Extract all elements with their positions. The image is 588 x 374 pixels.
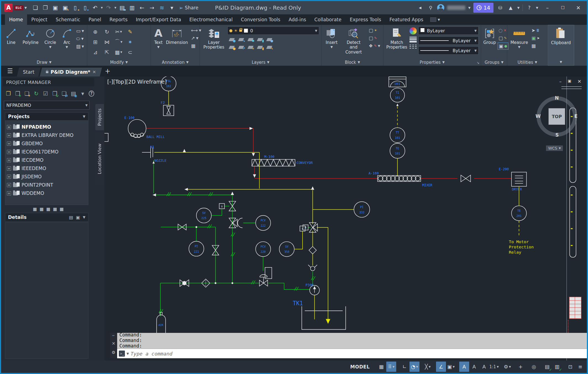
clipboard-paste-button[interactable]: Clipboard <box>550 27 572 46</box>
stretch-button[interactable]: ⊿ <box>90 47 101 57</box>
panel-label-utilities[interactable]: Utilities▼ <box>507 59 547 66</box>
drawing-recovery-button[interactable]: ≋ <box>158 4 166 12</box>
active-project-combo[interactable]: NFPADEMO ▼ <box>4 101 90 110</box>
polyline-button[interactable]: Polyline <box>21 26 41 46</box>
dimension-button[interactable]: Dimension <box>165 26 188 46</box>
pid-drawing[interactable]: ss4FSL102TI101TT101TE101SV225PCV222PI221… <box>104 76 587 360</box>
details-section-header[interactable]: Details ▤ ▣ ▼ <box>5 213 88 222</box>
move-button[interactable]: ⊕ <box>90 26 101 37</box>
ellipse-dropdown[interactable]: ⬭ ▼ <box>75 35 85 42</box>
project-tree-item-wddemo[interactable]: +WDDEMO <box>7 189 88 197</box>
user-avatar[interactable] <box>437 4 444 11</box>
collapse-search-icon[interactable]: ◀ <box>416 6 424 10</box>
layer-isolate-button[interactable]: ↘ <box>237 36 245 43</box>
scale-button[interactable]: ⇱ <box>101 47 113 57</box>
explode-button[interactable]: ✶ <box>124 37 136 47</box>
toolbar-more-button[interactable]: ▾ <box>79 90 86 97</box>
viewcube-west[interactable]: W <box>536 113 541 119</box>
ribbon-display-toggle[interactable]: ▼ <box>430 14 440 25</box>
graphics-performance-toggle[interactable]: ▥✓ <box>552 362 562 372</box>
maximize-button[interactable]: ☐ <box>556 5 569 10</box>
viewcube-north[interactable]: N <box>555 95 559 101</box>
redo-caret-icon[interactable]: ▼ <box>114 6 116 9</box>
snap-mode-toggle[interactable]: ⠿▼ <box>386 362 396 372</box>
ribbon-tab-panel[interactable]: Panel <box>84 14 105 25</box>
annotation-autoscale-toggle[interactable]: A <box>469 362 479 372</box>
group-button[interactable]: Group <box>483 26 496 46</box>
insert-button[interactable]: Insert▼ <box>324 26 339 50</box>
object-snap-caret-icon[interactable]: ▼ <box>453 365 455 368</box>
trial-countdown-badge[interactable]: 14 <box>473 3 494 13</box>
open-from-mobile-button[interactable]: ▯◂ <box>71 4 79 12</box>
project-wide-update-button[interactable]: ❐↻ <box>51 90 58 97</box>
layer-lock-button[interactable]: ▮ <box>256 36 264 43</box>
object-snap-toggle[interactable]: ▣▼ <box>446 362 456 372</box>
panel-label-draw[interactable]: Draw▼ <box>1 59 87 66</box>
arc-button[interactable]: Arc▼ <box>60 26 74 50</box>
polar-tracking-toggle[interactable]: ◔▼ <box>410 362 419 372</box>
project-tree-item-jisdemo[interactable]: +JISDEMO <box>7 173 88 181</box>
workspace-settings-toggle[interactable]: ⚙▼ <box>502 362 512 372</box>
side-tab-projects[interactable]: Projects <box>95 104 104 130</box>
calculator-icon-button[interactable]: ▦ <box>531 43 540 49</box>
help-button[interactable]: ? <box>526 5 533 10</box>
match-properties-button[interactable]: Match Properties <box>386 26 408 51</box>
rotate-button[interactable]: ↻ <box>101 26 113 37</box>
minimize-button[interactable]: – <box>541 5 554 11</box>
projects-section-header[interactable]: Projects▼ <box>5 112 88 121</box>
tree-expand-icon[interactable]: + <box>7 191 11 195</box>
project-tree-item-gbdemo[interactable]: +GBDEMO <box>7 139 88 148</box>
layer-unisolate-button[interactable]: ↗ <box>237 44 245 51</box>
drawing-close-icon[interactable]: ✕ <box>578 79 581 84</box>
panel-label-properties[interactable]: Properties▼ <box>384 59 481 66</box>
batch-plot-button[interactable]: ▥ <box>128 4 136 12</box>
project-tree-item-iec60617demo[interactable]: +IEC60617DEMO <box>7 148 88 156</box>
new-project-button[interactable]: ❐+ <box>14 90 21 97</box>
autodesk-logo-icon[interactable]: ▲ <box>507 5 514 10</box>
ribbon-tab-collaborate[interactable]: Collaborate <box>310 14 346 25</box>
copy-button[interactable]: ⊞ <box>90 37 101 47</box>
drawing-minimize-icon[interactable]: – <box>559 79 562 84</box>
measure-button[interactable]: Measure▼ <box>510 26 529 50</box>
plot-button[interactable]: ▤▬ <box>118 4 126 12</box>
array-caret-icon[interactable]: ▼ <box>120 51 122 54</box>
command-close-icon[interactable]: ✕ <box>112 341 115 346</box>
ribbon-tab-add-ins[interactable]: Add-ins <box>284 14 310 25</box>
search-icon[interactable]: ⚲ <box>427 5 434 10</box>
ribbon-tab-import-export-data[interactable]: Import/Export Data <box>132 14 185 25</box>
new-drawing-tab-button[interactable]: + <box>105 67 110 75</box>
layer-unlock-button[interactable]: ▮ <box>256 44 264 51</box>
panel-label-layers[interactable]: Layers▼ <box>200 59 321 66</box>
trim-button[interactable]: ✂▼ <box>113 26 124 37</box>
quick-calculator-button[interactable]: ▣➤ <box>531 35 540 41</box>
viewcube-top-face[interactable]: TOP <box>548 108 565 125</box>
details-doc-icon[interactable]: ▤ <box>69 215 73 220</box>
command-input[interactable] <box>130 351 585 357</box>
object-color-combo[interactable]: ByLayer▼ <box>418 26 479 35</box>
fillet-button[interactable]: ⌒▼ <box>113 37 124 47</box>
panel-label-annotation[interactable]: Annotation▼ <box>151 59 200 66</box>
save-as-button[interactable]: ▣✎ <box>61 4 69 12</box>
grid-display-toggle[interactable]: ▦ <box>376 362 386 372</box>
ungroup-button[interactable]: ◌✕ <box>498 27 508 34</box>
layer-make-current-button[interactable]: ● <box>265 36 273 43</box>
plot-publish-button[interactable]: ▤◉ <box>70 90 77 97</box>
layer-on-button[interactable]: ● <box>227 44 236 51</box>
polar-tracking-caret-icon[interactable]: ▼ <box>416 365 418 368</box>
ribbon-tab-electromechanical[interactable]: Electromechanical <box>185 14 237 25</box>
workspace-settings-caret-icon[interactable]: ▼ <box>509 365 511 368</box>
store-cart-icon[interactable]: ⛁ <box>496 5 504 10</box>
open-project-button[interactable]: ❐ <box>5 90 12 97</box>
wcs-selector[interactable]: WCS▼ <box>546 145 563 151</box>
file-tab-close-icon[interactable]: ✕ <box>93 70 96 75</box>
object-snap-tracking-toggle[interactable]: ∠ <box>436 362 446 372</box>
ribbon-tab-express-tools[interactable]: Express Tools <box>346 14 385 25</box>
annotation-visibility-toggle[interactable]: A <box>459 362 469 372</box>
undo-caret-icon[interactable]: ▼ <box>101 6 103 9</box>
edit-attributes-dropdown[interactable]: ❖✎▼ <box>368 43 381 49</box>
user-menu-caret-icon[interactable]: ▼ <box>468 6 470 10</box>
file-tabs-menu-icon[interactable]: ☰ <box>7 67 13 75</box>
ortho-mode-toggle[interactable]: ∟ <box>400 362 410 372</box>
drawing-canvas[interactable]: ss4FSL102TI101TT101TE101SV225PCV222PI221… <box>104 76 587 360</box>
project-tree-item-point2point[interactable]: +POINT2POINT <box>7 181 88 189</box>
